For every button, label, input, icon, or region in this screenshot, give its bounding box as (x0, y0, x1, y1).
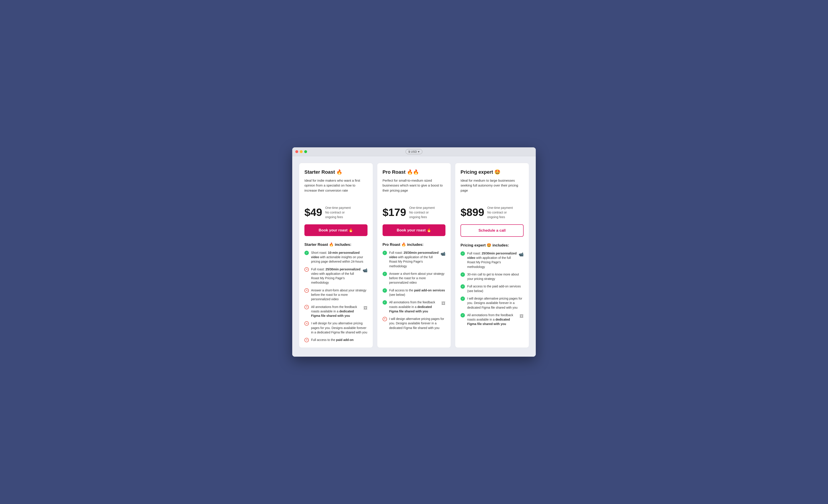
pro-features: ✓ Full roast: 25/30min personnalized vid… (382, 250, 446, 330)
currency-selector[interactable]: $ USD ▾ (406, 149, 422, 154)
feature-text: Full roast: 25/30min personnalized video… (467, 251, 524, 269)
currency-label: $ USD (409, 150, 417, 153)
expert-price: $899 (460, 207, 484, 218)
list-item: ✕ Full roast: 25/30min personnalized vid… (304, 267, 368, 285)
list-item: ✕ All annotations from the feedback roas… (304, 305, 368, 318)
figma-icon: 🖼 (442, 301, 446, 306)
starter-title: Starter Roast 🔥 (304, 169, 368, 175)
figma-icon: 🖼 (520, 313, 524, 319)
starter-price-details: One-time paymentNo contract orongoing fe… (325, 205, 351, 220)
list-item: ✓ All annotations from the feedback roas… (382, 300, 446, 314)
expert-cta-button[interactable]: Schedule a call (460, 224, 524, 237)
check-icon: ✓ (460, 251, 465, 256)
pro-includes-title: Pro Roast 🔥 includes: (382, 242, 446, 247)
pro-cta-button[interactable]: Book your roast 🔥 (382, 224, 446, 236)
expert-pricing: $899 One-time paymentNo contract orongoi… (460, 205, 524, 220)
feature-text: Short roast: 10-min personnalized video … (311, 250, 368, 264)
expert-description: Ideal for medium to large businesses see… (460, 178, 524, 200)
feature-text: All annotations from the feedback roasts… (389, 300, 446, 314)
check-icon: ✓ (304, 251, 309, 255)
check-icon: ✓ (382, 272, 387, 276)
expert-includes-title: Pricing expert 🤩 includes: (460, 243, 524, 247)
list-item: ✓ 30-min call to get to know more about … (460, 272, 524, 281)
video-icon: 📹 (363, 268, 368, 273)
check-icon: ✓ (382, 288, 387, 293)
card-expert: Pricing expert 🤩 Ideal for medium to lar… (455, 163, 529, 348)
cross-icon: ✕ (382, 317, 387, 321)
list-item: ✕ I will design for you alternative pric… (304, 321, 368, 334)
pro-price: $179 (382, 207, 406, 218)
list-item: ✓ I will design alternative pricing page… (460, 296, 524, 310)
list-item: ✓ All annotations from the feedback roas… (460, 313, 524, 326)
close-button[interactable] (295, 150, 298, 153)
video-icon: 📹 (441, 251, 446, 257)
cross-icon: ✕ (304, 267, 309, 272)
list-item: ✕ Answer a short-form about your strateg… (304, 288, 368, 302)
list-item: ✓ Answer a short-form about your strateg… (382, 271, 446, 285)
card-starter: Starter Roast 🔥 Ideal for indie makers w… (299, 163, 373, 348)
check-icon: ✓ (460, 313, 465, 318)
titlebar: $ USD ▾ (292, 147, 536, 156)
starter-price: $49 (304, 207, 322, 218)
check-icon: ✓ (382, 251, 387, 255)
list-item: ✓ Full roast: 25/30min personnalized vid… (382, 250, 446, 268)
list-item: ✓ Full access to the paid add-on service… (460, 284, 524, 293)
starter-includes-title: Starter Roast 🔥 includes: (304, 242, 368, 247)
cross-icon: ✕ (304, 321, 309, 326)
feature-text: Answer a short-form about your strategy … (389, 271, 446, 285)
expert-price-details: One-time paymentNo contract orongoing fe… (487, 205, 513, 220)
starter-pricing: $49 One-time paymentNo contract orongoin… (304, 205, 368, 220)
starter-description: Ideal for indie makers who want a first … (304, 178, 368, 200)
feature-text: Full access to the paid add-on services … (389, 288, 446, 297)
expert-features: ✓ Full roast: 25/30min personnalized vid… (460, 251, 524, 326)
cross-icon: ✕ (304, 305, 309, 309)
cross-icon: ✕ (304, 338, 309, 342)
check-icon: ✓ (460, 296, 465, 301)
check-icon: ✓ (460, 272, 465, 277)
feature-text: I will design for you alternative pricin… (311, 321, 368, 334)
titlebar-center: $ USD ▾ (406, 149, 422, 154)
list-item: ✕ I will design alternative pricing page… (382, 317, 446, 330)
feature-text: Full roast: 25/30min personnalized video… (311, 267, 368, 285)
feature-text: All annotations from the feedback roasts… (311, 305, 368, 318)
minimize-button[interactable] (300, 150, 303, 153)
video-icon: 📹 (519, 251, 524, 257)
card-pro: Pro Roast 🔥🔥 Perfect for small-to-medium… (377, 163, 451, 348)
chevron-down-icon: ▾ (418, 150, 419, 153)
starter-cta-button[interactable]: Book your roast 🔥 (304, 224, 368, 236)
check-icon: ✓ (382, 300, 387, 305)
starter-features: ✓ Short roast: 10-min personnalized vide… (304, 250, 368, 342)
feature-text: I will design alternative pricing pages … (467, 296, 524, 310)
list-item: ✓ Short roast: 10-min personnalized vide… (304, 250, 368, 264)
check-icon: ✓ (460, 284, 465, 289)
feature-text: All annotations from the feedback roasts… (467, 313, 524, 326)
pro-pricing: $179 One-time paymentNo contract orongoi… (382, 205, 446, 220)
page-content: Starter Roast 🔥 Ideal for indie makers w… (292, 156, 536, 357)
feature-text: 30-min call to get to know more about yo… (467, 272, 524, 281)
feature-text: Full roast: 25/30min personnalized video… (389, 250, 446, 268)
cross-icon: ✕ (304, 288, 309, 293)
list-item: ✓ Full access to the paid add-on service… (382, 288, 446, 297)
list-item: ✕ Full access to the paid add-on (304, 337, 368, 342)
feature-text: Answer a short-form about your strategy … (311, 288, 368, 302)
pro-title: Pro Roast 🔥🔥 (382, 169, 446, 175)
traffic-lights (295, 150, 307, 153)
fullscreen-button[interactable] (304, 150, 307, 153)
feature-text: Full access to the paid add-on (311, 337, 368, 342)
pro-description: Perfect for small-to-medium sized busine… (382, 178, 446, 200)
pro-price-details: One-time paymentNo contract orongoing fe… (409, 205, 434, 220)
figma-icon: 🖼 (364, 305, 368, 311)
expert-title: Pricing expert 🤩 (460, 169, 524, 175)
list-item: ✓ Full roast: 25/30min personnalized vid… (460, 251, 524, 269)
pricing-cards: Starter Roast 🔥 Ideal for indie makers w… (299, 163, 529, 348)
app-window: $ USD ▾ Starter Roast 🔥 Ideal for indie … (292, 147, 536, 357)
feature-text: Full access to the paid add-on services … (467, 284, 524, 293)
feature-text: I will design alternative pricing pages … (389, 317, 446, 330)
